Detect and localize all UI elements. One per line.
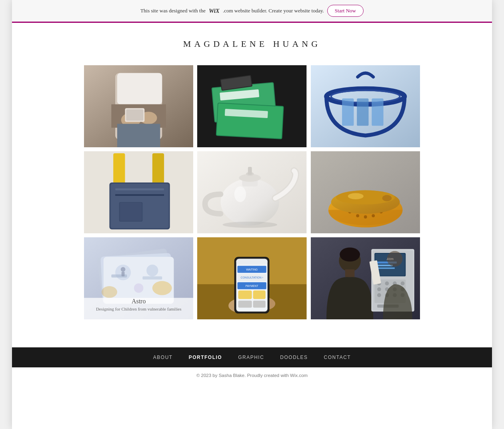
svg-text:CONSULTATION ›: CONSULTATION › xyxy=(241,276,263,279)
svg-point-48 xyxy=(356,214,359,217)
site-title: MAGDALENE HUANG xyxy=(36,39,468,49)
portfolio-item-1[interactable] xyxy=(84,65,193,147)
footer-nav: ABOUT PORTFOLIO GRAPHIC DOODLES CONTACT xyxy=(12,347,492,367)
portfolio-item-3[interactable] xyxy=(311,65,420,147)
svg-rect-24 xyxy=(357,98,368,126)
portfolio-item-4[interactable] xyxy=(84,151,193,233)
portfolio-item-6[interactable] xyxy=(311,151,420,233)
nav-graphic[interactable]: GRAPHIC xyxy=(238,355,264,360)
svg-point-69 xyxy=(121,267,126,272)
svg-rect-42 xyxy=(248,167,252,175)
copyright-text: © 2023 by Sasha Blake. Proudly created w… xyxy=(196,373,308,378)
nav-about[interactable]: ABOUT xyxy=(153,355,173,360)
svg-point-95 xyxy=(340,247,360,261)
portfolio-grid: Astro Designing for Children from vulner… xyxy=(84,65,420,319)
svg-point-43 xyxy=(223,222,278,228)
nav-doodles[interactable]: DOODLES xyxy=(280,355,308,360)
main-content: MAGDALENE HUANG xyxy=(12,23,492,339)
top-banner: This site was designed with the WiX .com… xyxy=(12,0,492,23)
portfolio-item-8[interactable]: WAITING CONSULTATION › PAYMENT xyxy=(197,237,306,319)
svg-rect-104 xyxy=(377,267,395,269)
svg-point-65 xyxy=(146,265,158,276)
svg-text:WAITING: WAITING xyxy=(246,268,258,271)
svg-rect-96 xyxy=(345,269,354,277)
wix-logo: WiX xyxy=(209,8,220,14)
svg-point-49 xyxy=(364,215,367,219)
svg-rect-15 xyxy=(217,103,283,138)
portfolio-item-5[interactable] xyxy=(197,151,306,233)
svg-rect-67 xyxy=(111,275,127,278)
svg-rect-9 xyxy=(117,124,160,147)
start-now-button[interactable]: Start Now xyxy=(327,5,364,17)
svg-point-109 xyxy=(400,281,404,285)
banner-text-before: This site was designed with the xyxy=(140,8,206,14)
svg-rect-89 xyxy=(238,291,252,299)
nav-contact[interactable]: CONTACT xyxy=(324,355,351,360)
nav-portfolio[interactable]: PORTFOLIO xyxy=(189,355,222,360)
svg-rect-33 xyxy=(115,188,164,190)
svg-rect-8 xyxy=(126,109,143,120)
footer-copyright: © 2023 by Sasha Blake. Proudly created w… xyxy=(12,367,492,383)
svg-rect-36 xyxy=(120,203,142,221)
svg-rect-82 xyxy=(236,259,268,265)
svg-point-120 xyxy=(387,251,402,267)
page-wrapper: This site was designed with the WiX .com… xyxy=(12,0,492,429)
portfolio-item-9[interactable]: Atm xyxy=(311,237,420,319)
portfolio-item-7[interactable]: Astro Designing for Children from vulner… xyxy=(84,237,193,319)
svg-rect-34 xyxy=(115,194,164,196)
svg-point-110 xyxy=(377,287,381,291)
banner-text-after: .com website builder. Create your websit… xyxy=(223,8,324,14)
svg-point-58 xyxy=(348,193,363,199)
overlay-subtitle: Designing for Children from vulnerable f… xyxy=(92,307,185,311)
svg-point-107 xyxy=(385,281,389,285)
svg-rect-25 xyxy=(372,98,383,126)
svg-point-50 xyxy=(372,214,375,217)
svg-rect-90 xyxy=(253,291,266,299)
svg-point-44 xyxy=(234,186,246,202)
svg-rect-92 xyxy=(253,301,266,308)
svg-rect-23 xyxy=(342,98,354,126)
svg-rect-3 xyxy=(117,73,162,104)
portfolio-item-2[interactable] xyxy=(197,65,306,147)
overlay-title: Astro xyxy=(92,298,185,305)
svg-point-59 xyxy=(382,195,391,201)
svg-rect-68 xyxy=(142,277,162,280)
portfolio-item-7-overlay: Astro Designing for Children from vulner… xyxy=(84,290,193,319)
svg-point-114 xyxy=(377,293,381,297)
svg-rect-70 xyxy=(122,272,125,277)
svg-rect-91 xyxy=(238,301,252,308)
svg-text:PAYMENT: PAYMENT xyxy=(246,285,259,287)
